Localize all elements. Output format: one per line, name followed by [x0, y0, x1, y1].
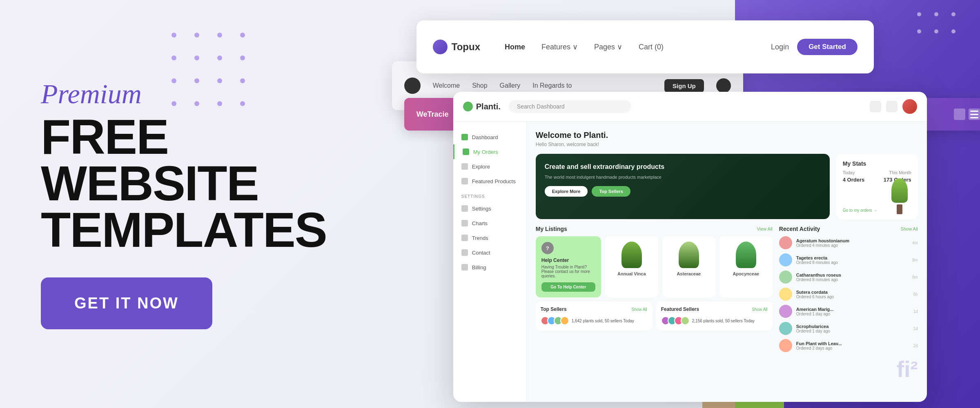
- banner-title: Create and sell extraordinary products: [545, 163, 821, 171]
- main-container: Premium FREE WEBSITE TEMPLATES GET IT NO…: [0, 0, 980, 408]
- header-icon-1[interactable]: [870, 101, 881, 112]
- activity-avatar-6: [779, 339, 792, 352]
- topux-nav-features[interactable]: Features ∨: [541, 42, 578, 51]
- sidebar-item-contact[interactable]: Contact: [453, 245, 526, 260]
- sidebar-item-billing[interactable]: Billing: [453, 260, 526, 275]
- listings-section: My Listings View All ? Help Center Havin…: [536, 226, 773, 382]
- listing-card-vinca: Annual Vinca: [605, 236, 658, 297]
- right-panel: Topux Home Features ∨ Pages ∨ Cart (0) L…: [368, 0, 980, 408]
- shop-nav-shop[interactable]: Shop: [472, 82, 487, 89]
- dot: [917, 12, 921, 16]
- dot-grid-right: [917, 12, 960, 38]
- activity-time-6: 2d: [913, 344, 918, 348]
- dot: [194, 78, 199, 83]
- left-panel: Premium FREE WEBSITE TEMPLATES GET IT NO…: [0, 0, 368, 408]
- listing-name-1: Annual Vinca: [609, 271, 654, 276]
- shop-nav-welcome[interactable]: Welcome: [433, 82, 460, 89]
- sidebar-item-dashboard[interactable]: Dashboard: [453, 130, 526, 144]
- planti-logo-dot: [463, 102, 473, 111]
- dot: [217, 33, 222, 38]
- activity-detail-4: Ordered 1 day ago: [796, 312, 909, 316]
- sidebar-item-featured[interactable]: Featured Products: [453, 174, 526, 188]
- planti-subtitle: Hello Sharon, welcome back!: [536, 142, 918, 147]
- activity-info-5: Scrophularicea Ordered 1 day ago: [796, 324, 909, 333]
- help-go-btn[interactable]: Go To Help Center: [541, 282, 595, 292]
- plant-shape-3: [736, 242, 756, 268]
- fi2-badge: fi²: [897, 357, 918, 382]
- title-line2: TEMPLATES: [41, 202, 327, 257]
- activity-name-6: Fun Plant with Leav...: [796, 341, 909, 346]
- billing-icon: [461, 264, 468, 271]
- activity-avatar-5: [779, 322, 792, 335]
- planti-main-content: Welcome to Planti. Hello Sharon, welcome…: [527, 122, 927, 402]
- recent-activity-title-row: Recent Activity Show All: [779, 226, 918, 232]
- dot-grid-decoration: [172, 33, 252, 113]
- activity-time-3: 6h: [913, 292, 918, 297]
- planti-sidebar: Dashboard My Orders Explore Feature: [453, 122, 527, 402]
- sidebar-item-settings[interactable]: Settings: [453, 201, 526, 216]
- featured-sellers-avatars: [661, 316, 690, 325]
- activity-info-3: Sutera cordata Ordered 6 hours ago: [796, 290, 909, 299]
- activity-name-0: Ageratum houstonianum: [796, 238, 908, 243]
- featured-sellers-title: Featured Sellers: [661, 306, 699, 312]
- title-line1: FREE WEBSITE: [41, 109, 258, 211]
- topux-get-started-btn[interactable]: Get Started: [797, 39, 858, 55]
- sidebar-item-explore[interactable]: Explore: [453, 159, 526, 174]
- featured-sellers-title-row: Featured Sellers Show All: [661, 306, 768, 312]
- stats-plant-visual: [885, 178, 914, 215]
- activity-info-4: American Marig... Ordered 1 day ago: [796, 307, 909, 316]
- planti-bottom-grid: My Listings View All ? Help Center Havin…: [536, 226, 918, 382]
- listing-name-2: Asteraceae: [666, 271, 711, 276]
- dot: [951, 29, 956, 33]
- planti-header-icons: [870, 99, 917, 114]
- banner-subtitle: The world most indulgent handmade produc…: [545, 175, 821, 180]
- stats-today-value: 4 Orders: [843, 177, 864, 183]
- sidebar-item-orders[interactable]: My Orders: [453, 144, 526, 159]
- listings-title: My Listings: [536, 226, 567, 232]
- sidebar-item-trends[interactable]: Trends: [453, 231, 526, 245]
- shop-signup-btn[interactable]: Sign Up: [664, 79, 704, 93]
- activity-info-2: Catharanthus roseus Ordered 8 minutes ag…: [796, 273, 908, 282]
- listing-plant-img-1: [609, 240, 654, 269]
- topux-nav-pages[interactable]: Pages ∨: [594, 42, 622, 51]
- activity-time-0: 4m: [912, 241, 918, 245]
- activity-name-3: Sutera cordata: [796, 290, 909, 295]
- planti-banner: Create and sell extraordinary products T…: [536, 154, 830, 219]
- planti-header-center: Search Dashboard: [509, 100, 862, 113]
- contact-icon: [461, 249, 468, 256]
- dashboard-icon: [461, 134, 468, 140]
- explore-more-btn[interactable]: Explore More: [545, 186, 588, 197]
- recent-activity-show-all[interactable]: Show All: [901, 226, 918, 231]
- activity-info-0: Ageratum houstonianum Ordered 4 minutes …: [796, 238, 908, 248]
- activity-item-5: Scrophularicea Ordered 1 day ago 1d: [779, 322, 918, 335]
- topux-login-btn[interactable]: Login: [771, 43, 789, 51]
- dot: [217, 78, 222, 83]
- header-icon-2[interactable]: [886, 101, 898, 112]
- featured-sellers-card: Featured Sellers Show All: [656, 302, 773, 330]
- top-sellers-btn[interactable]: Top Sellers: [592, 186, 630, 197]
- topux-logo-icon: [433, 40, 448, 54]
- top-sellers-title: Top Sellers: [541, 306, 567, 312]
- settings-icon: [461, 205, 468, 212]
- top-sellers-show-all[interactable]: Show All: [631, 307, 647, 312]
- cta-button[interactable]: GET IT NOW: [41, 277, 212, 329]
- topux-nav-cart[interactable]: Cart (0): [639, 43, 664, 51]
- planti-screenshot: Planti. Search Dashboard: [453, 92, 927, 402]
- planti-user-avatar[interactable]: [902, 99, 917, 114]
- listings-view-all[interactable]: View All: [757, 226, 772, 231]
- topux-actions: Login Get Started: [771, 39, 858, 55]
- topux-nav-home[interactable]: Home: [505, 43, 525, 51]
- activity-avatar-2: [779, 271, 792, 284]
- featured-avatar-4: [681, 316, 690, 325]
- fi2-badge-area: fi²: [779, 356, 918, 382]
- wetracle2-menu-icon[interactable]: [969, 109, 980, 120]
- activity-avatar-3: [779, 288, 792, 301]
- activity-name-2: Catharanthus roseus: [796, 273, 908, 277]
- planti-welcome-title: Welcome to Planti.: [536, 131, 918, 140]
- planti-search[interactable]: Search Dashboard: [509, 100, 631, 113]
- featured-sellers-show-all[interactable]: Show All: [752, 307, 767, 312]
- activity-item-2: Catharanthus roseus Ordered 8 minutes ag…: [779, 271, 918, 284]
- sidebar-item-charts[interactable]: Charts: [453, 216, 526, 231]
- shop-nav-regards[interactable]: In Regards to: [532, 82, 572, 89]
- shop-nav-gallery[interactable]: Gallery: [500, 82, 521, 89]
